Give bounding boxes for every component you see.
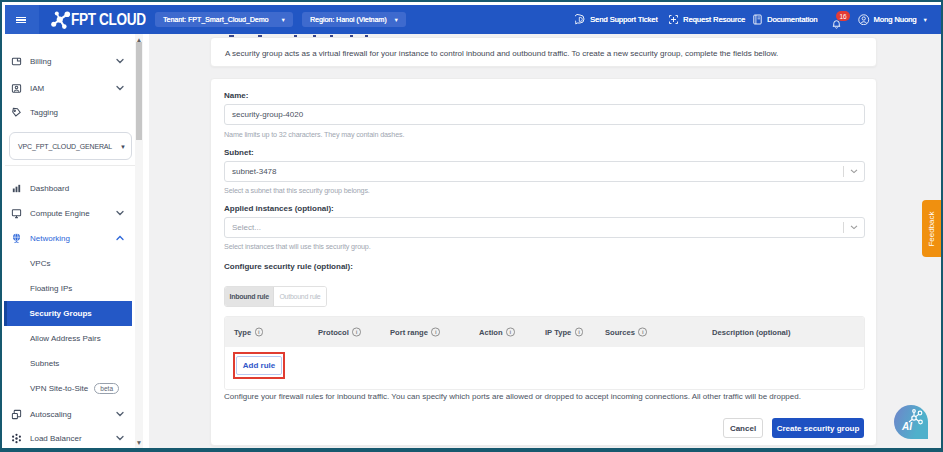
svg-text:AI: AI xyxy=(901,421,912,432)
